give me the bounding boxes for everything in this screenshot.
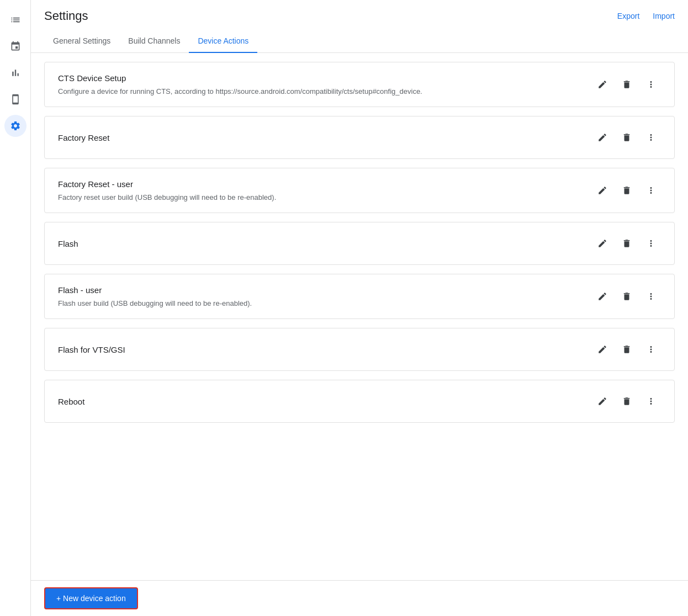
action-desc: Factory reset user build (USB debugging … [58, 193, 276, 201]
edit-icon [597, 291, 607, 301]
more-vert-icon [646, 185, 656, 195]
delete-button[interactable] [617, 286, 637, 306]
more-button[interactable] [641, 128, 661, 147]
edit-button[interactable] [592, 233, 612, 253]
action-buttons [592, 180, 661, 200]
delete-icon [622, 396, 632, 406]
phone-icon [10, 94, 21, 105]
action-buttons [592, 75, 661, 94]
edit-button[interactable] [592, 128, 612, 147]
more-button[interactable] [641, 233, 661, 253]
delete-icon [622, 185, 632, 195]
main-content: Settings Export Import General Settings … [31, 0, 688, 616]
header-actions: Export Import [617, 12, 675, 20]
action-name: Flash - user [58, 285, 252, 295]
sidebar-item-phone[interactable] [4, 88, 27, 110]
action-card-flash-vts-gsi: Flash for VTS/GSI [44, 328, 675, 371]
action-card-header: Reboot [58, 391, 661, 411]
action-card-reboot: Reboot [44, 380, 675, 423]
sidebar-item-settings[interactable] [4, 115, 27, 137]
tab-build-channels[interactable]: Build Channels [119, 30, 189, 53]
action-buttons [592, 391, 661, 411]
tab-device-actions[interactable]: Device Actions [189, 30, 257, 53]
bottom-bar: + New device action [31, 580, 688, 616]
delete-icon [622, 238, 632, 248]
action-buttons [592, 233, 661, 253]
edit-button[interactable] [592, 391, 612, 411]
delete-icon [622, 291, 632, 301]
action-name: Flash [58, 239, 78, 248]
sidebar-item-list[interactable] [4, 9, 27, 31]
more-button[interactable] [641, 391, 661, 411]
content-area: CTS Device Setup Configure a device for … [31, 53, 688, 616]
more-vert-icon [646, 396, 656, 406]
action-card-flash-user: Flash - user Flash user build (USB debug… [44, 274, 675, 319]
action-card-factory-reset-user: Factory Reset - user Factory reset user … [44, 168, 675, 213]
delete-button[interactable] [617, 339, 637, 359]
import-link[interactable]: Import [653, 12, 675, 20]
settings-icon [10, 120, 21, 131]
delete-icon [622, 79, 632, 89]
sidebar [0, 0, 31, 616]
sidebar-item-calendar[interactable] [4, 35, 27, 57]
more-vert-icon [646, 238, 656, 248]
edit-icon [597, 132, 607, 142]
action-name: Factory Reset - user [58, 179, 276, 189]
action-card-header: Flash - user Flash user build (USB debug… [58, 285, 661, 307]
action-card-factory-reset: Factory Reset [44, 116, 675, 159]
action-card-header: CTS Device Setup Configure a device for … [58, 73, 661, 95]
edit-button[interactable] [592, 339, 612, 359]
delete-button[interactable] [617, 391, 637, 411]
action-name: Factory Reset [58, 133, 109, 142]
delete-icon [622, 344, 632, 354]
action-name: Flash for VTS/GSI [58, 345, 125, 354]
new-device-action-button[interactable]: + New device action [44, 587, 138, 609]
edit-icon [597, 238, 607, 248]
action-buttons [592, 339, 661, 359]
action-card-header: Factory Reset [58, 128, 661, 147]
more-button[interactable] [641, 286, 661, 306]
delete-button[interactable] [617, 128, 637, 147]
more-vert-icon [646, 132, 656, 142]
page-header: Settings Export Import [31, 0, 688, 23]
action-buttons [592, 286, 661, 306]
chart-icon [10, 67, 21, 78]
list-icon [10, 14, 21, 25]
tab-general-settings[interactable]: General Settings [44, 30, 119, 53]
page-title: Settings [44, 9, 88, 23]
more-button[interactable] [641, 180, 661, 200]
action-card-header: Factory Reset - user Factory reset user … [58, 179, 661, 201]
action-card-flash: Flash [44, 222, 675, 265]
edit-button[interactable] [592, 180, 612, 200]
edit-icon [597, 185, 607, 195]
action-card-cts-device-setup: CTS Device Setup Configure a device for … [44, 62, 675, 107]
action-desc: Flash user build (USB debugging will nee… [58, 299, 252, 307]
action-buttons [592, 128, 661, 147]
action-desc: Configure a device for running CTS, acco… [58, 87, 422, 95]
delete-icon [622, 132, 632, 142]
sidebar-item-chart[interactable] [4, 62, 27, 84]
delete-button[interactable] [617, 75, 637, 94]
edit-icon [597, 344, 607, 354]
more-button[interactable] [641, 75, 661, 94]
action-card-header: Flash for VTS/GSI [58, 339, 661, 359]
edit-button[interactable] [592, 75, 612, 94]
edit-button[interactable] [592, 286, 612, 306]
edit-icon [597, 79, 607, 89]
more-vert-icon [646, 79, 656, 89]
more-vert-icon [646, 291, 656, 301]
action-name: CTS Device Setup [58, 73, 422, 83]
edit-icon [597, 396, 607, 406]
delete-button[interactable] [617, 180, 637, 200]
calendar-icon [10, 41, 21, 52]
delete-button[interactable] [617, 233, 637, 253]
tabs-bar: General Settings Build Channels Device A… [31, 30, 688, 53]
more-button[interactable] [641, 339, 661, 359]
more-vert-icon [646, 344, 656, 354]
export-link[interactable]: Export [617, 12, 639, 20]
action-card-header: Flash [58, 233, 661, 253]
action-name: Reboot [58, 397, 84, 406]
